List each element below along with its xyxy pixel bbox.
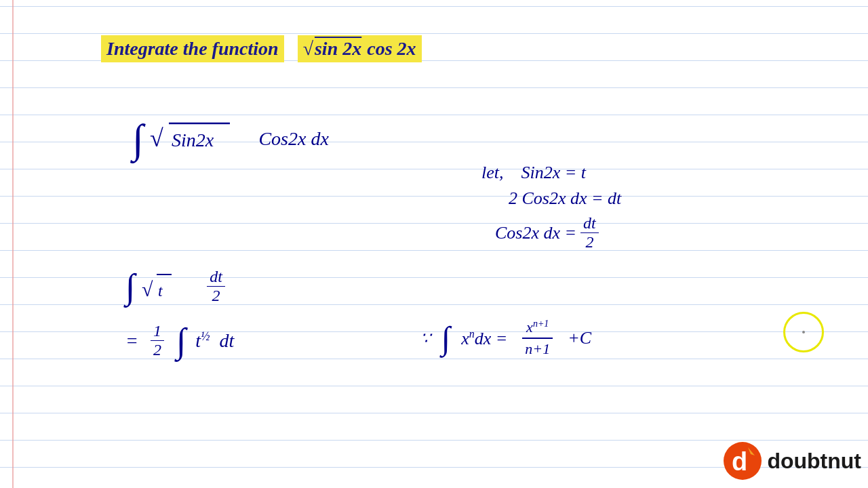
svg-text:√: √ <box>142 278 153 300</box>
svg-text:t: t <box>158 282 163 300</box>
sub-line3: Cos2x dx = dt 2 <box>495 214 621 251</box>
function-label: √sin 2x cos 2x <box>298 35 422 62</box>
integral-sign: ∫ <box>132 119 143 159</box>
sub-line1: let, Sin2x = t <box>481 163 621 183</box>
doubtnut-logo: d doubtnut <box>722 441 861 481</box>
header-row: Integrate the function √sin 2x cos 2x <box>101 35 422 62</box>
sub-line2: 2 Cos2x dx = dt <box>509 188 621 209</box>
formula-reference: ∵ ∫ xndx = xn+1 n+1 +C <box>420 317 591 359</box>
svg-text:Sin2x: Sin2x <box>172 129 214 150</box>
doubtnut-text: doubtnut <box>767 449 861 474</box>
second-integral-expr: ∫ √ t dt 2 <box>125 268 225 305</box>
main-integral-expr: ∫ √ Sin2x Cos2x dx <box>132 119 329 159</box>
third-line-expr: = 1 2 ∫ t½ dt <box>125 322 234 359</box>
substitution-block: let, Sin2x = t 2 Cos2x dx = dt Cos2x dx … <box>481 163 621 251</box>
svg-text:d: d <box>732 447 747 476</box>
integrate-label: Integrate the function <box>101 35 284 62</box>
cursor-indicator <box>783 312 824 352</box>
cursor-dot <box>802 331 805 333</box>
doubtnut-icon: d <box>722 441 763 481</box>
main-content: Integrate the function √sin 2x cos 2x ∫ … <box>0 0 868 488</box>
svg-text:√: √ <box>150 125 163 152</box>
